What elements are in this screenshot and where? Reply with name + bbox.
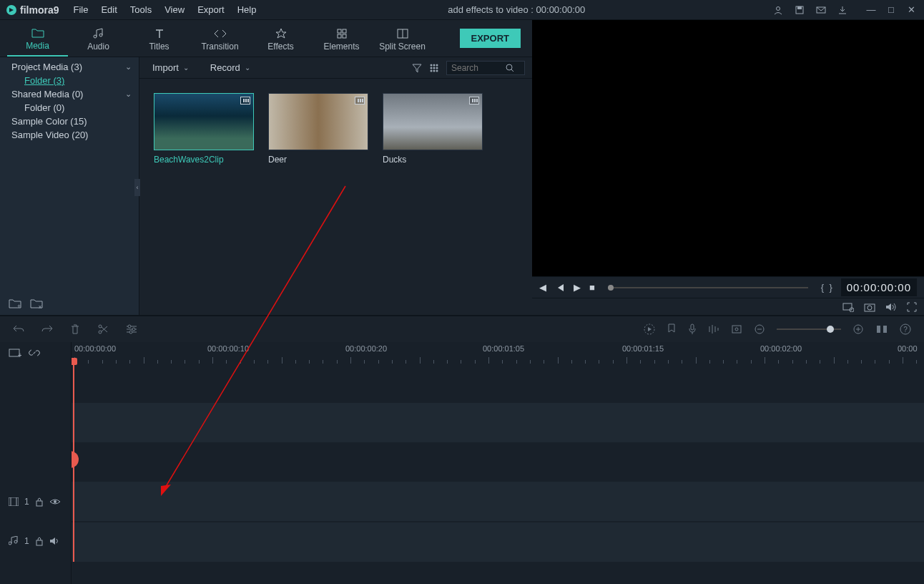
download-icon[interactable] <box>835 3 850 17</box>
zoom-fit-icon[interactable] <box>875 324 888 334</box>
prev-button[interactable] <box>555 283 565 293</box>
tab-effects[interactable]: Effects <box>250 22 311 57</box>
menu-tools[interactable]: Tools <box>124 1 157 18</box>
timeline-row-audio[interactable] <box>72 522 924 562</box>
redo-button[interactable] <box>41 324 53 334</box>
grid-view-icon[interactable] <box>429 63 439 73</box>
menu-help[interactable]: Help <box>232 1 262 18</box>
text-icon <box>154 27 165 40</box>
svg-rect-7 <box>338 34 341 38</box>
voiceover-icon[interactable] <box>688 323 697 335</box>
preview-panel: ◀ ▶ ■ { } 00:00:00:00 <box>532 20 924 315</box>
link-icon[interactable] <box>29 347 40 359</box>
svg-text:+: + <box>17 303 21 309</box>
prev-frame-button[interactable]: ◀ <box>539 282 546 293</box>
zoom-in-button[interactable] <box>852 323 864 335</box>
clip-label: Deer <box>268 155 368 165</box>
tab-transition[interactable]: Transition <box>190 22 250 57</box>
preview-slider[interactable] <box>608 287 808 288</box>
clip-thumbnail <box>268 93 368 150</box>
snapshot-icon[interactable] <box>864 302 875 312</box>
video-track-icon <box>9 497 19 506</box>
lock-icon[interactable] <box>35 536 44 546</box>
menu-file[interactable]: File <box>67 1 94 18</box>
add-folder-icon[interactable]: + <box>9 298 21 311</box>
import-dropdown[interactable]: Import⌄ <box>147 60 195 75</box>
svg-point-22 <box>506 64 512 70</box>
delete-button[interactable] <box>70 323 80 335</box>
marker-icon[interactable] <box>667 323 677 335</box>
clip-deer[interactable]: Deer <box>268 93 368 165</box>
svg-rect-6 <box>343 29 346 33</box>
timeline-row[interactable] <box>72 403 924 442</box>
clip-ducks[interactable]: Ducks <box>383 93 483 165</box>
timeline-row[interactable] <box>72 364 924 403</box>
timeline-row[interactable] <box>72 442 924 482</box>
zoom-slider[interactable] <box>777 328 841 330</box>
add-track-icon[interactable]: + <box>9 347 21 359</box>
video-badge-icon <box>469 97 479 104</box>
lock-icon[interactable] <box>35 497 44 507</box>
chevron-down-icon: ⌄ <box>125 89 132 99</box>
audio-track-header[interactable]: 1 <box>0 521 71 560</box>
timeline-ruler[interactable]: 00:00:00:00 00:00:00:10 00:00:00:20 00:0… <box>72 342 924 364</box>
fullscreen-icon[interactable] <box>907 302 917 312</box>
svg-point-13 <box>431 64 433 66</box>
timeline-row-video[interactable] <box>72 482 924 521</box>
mail-icon[interactable] <box>814 3 828 17</box>
render-icon[interactable] <box>644 323 655 335</box>
stop-button[interactable]: ■ <box>589 282 595 293</box>
search-icon[interactable] <box>506 64 514 72</box>
svg-rect-3 <box>797 6 802 9</box>
volume-icon[interactable] <box>885 302 897 312</box>
sidebar-item-folder0[interactable]: Folder (0) <box>0 101 139 115</box>
save-icon[interactable] <box>792 3 807 17</box>
tab-titles[interactable]: Titles <box>129 22 190 57</box>
search-input[interactable] <box>451 63 501 73</box>
sidebar-collapse-button[interactable]: ‹ <box>134 179 140 196</box>
clip-beachwaves[interactable]: BeachWaves2Clip <box>154 93 254 165</box>
in-out-markers[interactable]: { } <box>821 282 832 293</box>
filter-icon[interactable] <box>412 63 422 73</box>
tab-media[interactable]: Media <box>7 22 68 57</box>
timeline-tracks[interactable]: 00:00:00:00 00:00:00:10 00:00:00:20 00:0… <box>72 342 924 584</box>
minimize-button[interactable]: — <box>864 3 878 17</box>
split-button[interactable] <box>97 323 109 335</box>
svg-point-1 <box>777 6 780 10</box>
undo-button[interactable] <box>13 324 24 334</box>
sidebar-item-shared-media[interactable]: Shared Media (0)⌄ <box>0 87 139 101</box>
sidebar-item-sample-color[interactable]: Sample Color (15) <box>0 115 139 128</box>
mute-icon[interactable] <box>49 536 61 546</box>
settings-icon[interactable] <box>126 324 137 334</box>
close-button[interactable]: ✕ <box>904 3 918 17</box>
account-icon[interactable] <box>771 3 785 17</box>
tab-split-screen[interactable]: Split Screen <box>372 22 433 57</box>
crop-icon[interactable] <box>731 324 742 334</box>
menu-edit[interactable]: Edit <box>95 1 122 18</box>
delete-folder-icon[interactable]: x <box>30 298 43 311</box>
menu-export[interactable]: Export <box>192 1 230 18</box>
video-track-header[interactable]: 1 <box>0 482 71 521</box>
menubar: File Edit Tools View Export Help <box>67 1 262 18</box>
sidebar-item-sample-video[interactable]: Sample Video (20) <box>0 128 139 142</box>
eye-icon[interactable] <box>49 497 61 506</box>
export-button[interactable]: EXPORT <box>460 29 521 48</box>
search-box[interactable] <box>446 61 525 75</box>
maximize-button[interactable]: □ <box>884 3 898 17</box>
svg-rect-5 <box>338 29 341 33</box>
play-button[interactable]: ▶ <box>574 282 581 293</box>
tab-audio[interactable]: Audio <box>68 22 129 57</box>
svg-point-16 <box>431 67 433 69</box>
tab-elements[interactable]: Elements <box>311 22 372 57</box>
menu-view[interactable]: View <box>159 1 190 18</box>
svg-rect-48 <box>9 497 19 506</box>
sidebar-item-folder3[interactable]: Folder (3) <box>0 74 139 87</box>
zoom-out-button[interactable] <box>754 323 765 335</box>
media-panel: Media Audio Titles Transition Effects El… <box>0 20 532 315</box>
quality-icon[interactable] <box>842 302 854 312</box>
help-icon[interactable]: ? <box>900 323 911 335</box>
audio-mixer-icon[interactable] <box>708 324 719 334</box>
ruler-label: 00:00:00:20 <box>345 344 387 353</box>
record-dropdown[interactable]: Record⌄ <box>205 60 256 75</box>
sidebar-item-project-media[interactable]: Project Media (3)⌄ <box>0 60 139 74</box>
